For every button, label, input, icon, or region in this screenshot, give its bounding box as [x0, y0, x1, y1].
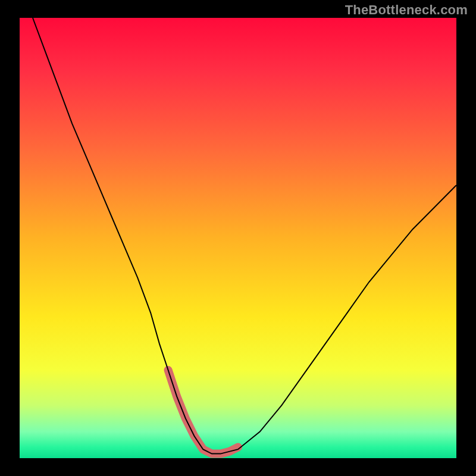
bottleneck-chart: [0, 0, 476, 476]
chart-frame: TheBottleneck.com: [0, 0, 476, 476]
svg-rect-0: [20, 18, 456, 458]
